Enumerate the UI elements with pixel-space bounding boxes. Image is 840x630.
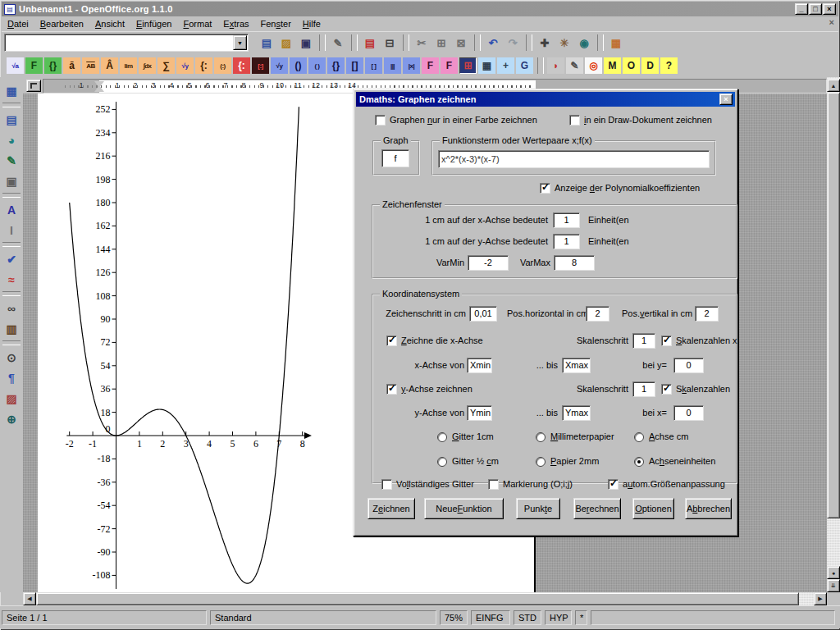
- dmaths-f-pink2-icon[interactable]: F: [441, 57, 458, 74]
- dmaths-bracket-icon[interactable]: []: [346, 57, 363, 74]
- y-von-field[interactable]: Ymin: [467, 405, 492, 421]
- zoom-icon[interactable]: ⊙: [2, 348, 21, 367]
- dmaths-brace-blue-icon[interactable]: {}: [327, 57, 345, 74]
- url-input[interactable]: [7, 36, 233, 49]
- dmaths-limit-icon[interactable]: lim: [120, 57, 137, 74]
- status-hyperlink-mode[interactable]: HYP: [545, 610, 572, 625]
- varmax-field[interactable]: 8: [554, 255, 595, 271]
- print-file-icon[interactable]: ⊟: [381, 34, 399, 51]
- form-functions-icon[interactable]: ▣: [2, 171, 21, 190]
- autospellcheck-icon[interactable]: ≈: [2, 270, 21, 289]
- paste-icon[interactable]: ⊠: [452, 34, 470, 51]
- x-scale-field[interactable]: 1: [553, 212, 580, 228]
- url-combobox[interactable]: ▼: [4, 34, 249, 52]
- radio-achse-cm[interactable]: [634, 432, 644, 442]
- close-document-icon[interactable]: ×: [829, 17, 834, 27]
- graph-name-field[interactable]: f: [381, 149, 409, 167]
- pos-horizontal-field[interactable]: 2: [586, 306, 609, 322]
- x-bis-field[interactable]: Xmax: [562, 358, 591, 373]
- next-page-icon[interactable]: ⇊: [827, 579, 840, 592]
- dmaths-paren2-icon[interactable]: ( ): [308, 57, 326, 74]
- dmaths-root-blue-icon[interactable]: √y: [271, 57, 288, 74]
- dmaths-paren-icon[interactable]: (): [290, 57, 307, 74]
- checkbox-polynomial-coefficients[interactable]: [540, 183, 550, 194]
- vertical-scrollbar[interactable]: ▲ ● ⇊: [827, 77, 840, 592]
- ruler-corner-button[interactable]: [26, 80, 41, 92]
- radio-gitter-1cm[interactable]: [437, 432, 447, 442]
- direct-cursor-icon[interactable]: I: [2, 221, 21, 240]
- menu-item-hilfe[interactable]: Hilfe: [297, 17, 326, 30]
- punkte-button[interactable]: Punkte: [516, 498, 560, 519]
- dmaths-axes-icon[interactable]: +: [497, 57, 514, 74]
- horizontal-scroll-thumb[interactable]: [36, 592, 799, 605]
- undo-icon[interactable]: ↶: [484, 34, 502, 51]
- checkbox-skalenzahlen-y[interactable]: [661, 384, 672, 395]
- function-term-field[interactable]: x^2*(x-3)*(x-7): [438, 150, 710, 168]
- nonprinting-chars-icon[interactable]: ¶: [2, 368, 21, 387]
- dmaths-cases-icon[interactable]: {:: [195, 57, 212, 74]
- copy-icon[interactable]: ⊞: [432, 34, 450, 51]
- optionen-button[interactable]: Optionen: [632, 498, 674, 519]
- dmaths-g-icon[interactable]: G: [516, 57, 533, 74]
- dmaths-m-icon[interactable]: M: [604, 57, 621, 74]
- dmaths-sqrt-icon[interactable]: √a: [7, 57, 24, 74]
- dmaths-f-pink-icon[interactable]: F: [422, 57, 439, 74]
- checkbox-draw-x-axis[interactable]: [386, 336, 397, 346]
- dmaths-help-icon[interactable]: ?: [660, 57, 678, 74]
- menu-item-datei[interactable]: Datei: [2, 17, 34, 30]
- redo-icon[interactable]: ↷: [504, 34, 522, 51]
- find-replace-icon[interactable]: ∞: [2, 299, 21, 317]
- checkbox-single-color[interactable]: [375, 115, 386, 126]
- data-sources-icon[interactable]: ▥: [2, 319, 21, 338]
- hyperlink-icon[interactable]: ◉: [575, 34, 593, 51]
- dmaths-d-icon[interactable]: D: [641, 57, 659, 74]
- berechnen-button[interactable]: Berechnen: [573, 498, 621, 519]
- dmaths-abs-icon[interactable]: |x|: [403, 57, 420, 74]
- menu-item-bearbeiten[interactable]: Bearbeiten: [34, 17, 89, 30]
- horizontal-scrollbar[interactable]: ◀ ▶: [23, 592, 827, 605]
- dmaths-sum-icon[interactable]: ∑: [158, 57, 175, 74]
- open-document-icon[interactable]: ▨: [277, 34, 295, 51]
- combobox-dropdown-icon[interactable]: ▼: [233, 35, 247, 50]
- bei-y-field[interactable]: 0: [673, 358, 704, 373]
- new-document-icon[interactable]: ▤: [258, 34, 276, 51]
- dmaths-angle-icon[interactable]: Â: [101, 57, 118, 74]
- restore-button[interactable]: □: [809, 3, 822, 15]
- save-document-icon[interactable]: ▣: [297, 34, 315, 51]
- menu-item-fenster[interactable]: Fenster: [255, 17, 297, 30]
- vertical-scroll-thumb[interactable]: [827, 92, 840, 518]
- stylist-icon[interactable]: ✳: [555, 34, 573, 51]
- dmaths-protractor-icon[interactable]: ◗: [547, 57, 564, 74]
- menu-item-format[interactable]: Format: [177, 17, 217, 30]
- autotext-icon[interactable]: A: [2, 200, 21, 219]
- document-as-email-icon[interactable]: ▤: [361, 34, 379, 51]
- dmaths-edit-icon[interactable]: ✎: [566, 57, 583, 74]
- close-button[interactable]: ×: [823, 3, 836, 15]
- dmaths-grid-icon[interactable]: ▦: [478, 57, 495, 74]
- zeichnen-button[interactable]: Zeichnen: [368, 498, 415, 519]
- navigator-icon[interactable]: ✚: [536, 34, 554, 51]
- online-layout-icon[interactable]: ⊕: [2, 409, 21, 428]
- radio-millimeterpapier[interactable]: [536, 432, 546, 442]
- dmaths-norm-icon[interactable]: |||: [384, 57, 401, 74]
- gallery-icon[interactable]: ▦: [607, 34, 625, 51]
- status-insert-mode[interactable]: EINFG: [471, 610, 510, 625]
- dmaths-spiral-icon[interactable]: ◎: [585, 57, 602, 74]
- radio-papier-2mm[interactable]: [536, 457, 546, 467]
- dmaths-vector-icon[interactable]: ā: [63, 57, 80, 74]
- checkbox-draw-y-axis[interactable]: [386, 384, 397, 395]
- pos-vertikal-field[interactable]: 2: [695, 306, 719, 322]
- navigation-dot-icon[interactable]: ●: [827, 566, 840, 579]
- checkbox-autom-groessenanpassung[interactable]: [608, 479, 619, 490]
- radio-gitter-halb-cm[interactable]: [437, 457, 447, 467]
- abbrechen-button[interactable]: Abbrechen: [685, 498, 732, 519]
- dialog-close-icon[interactable]: ×: [719, 94, 733, 105]
- dmaths-bracket2-icon[interactable]: [ ]: [365, 57, 382, 74]
- dmaths-root-icon[interactable]: √y: [176, 57, 194, 74]
- cut-icon[interactable]: ✂: [413, 34, 431, 51]
- draw-functions-icon[interactable]: ✎: [2, 151, 21, 170]
- minimize-button[interactable]: _: [795, 3, 808, 15]
- menu-item-ansicht[interactable]: Ansicht: [89, 17, 130, 30]
- scroll-left-icon[interactable]: ◀: [23, 592, 36, 605]
- dmaths-graph-window-icon[interactable]: ⊞: [459, 57, 477, 74]
